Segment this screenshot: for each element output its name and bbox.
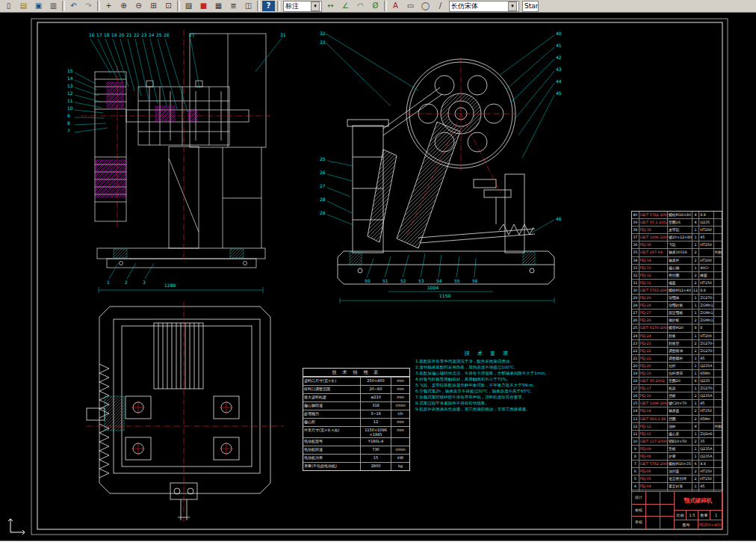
spec-unit: mm <box>391 386 409 393</box>
bom-material: 45 <box>699 483 714 490</box>
bom-name: 动颚衬板 <box>668 302 693 309</box>
bom-row: 12 PEJ-12 油杯 4 外购 <box>632 423 722 431</box>
part-callout: 28 <box>320 197 326 202</box>
bom-seq: 16 <box>632 392 639 399</box>
bom-name: 油杯 <box>668 423 693 430</box>
spec-value: 1150×1096 ×1845 <box>361 427 391 437</box>
spec-value: 730 <box>361 446 391 454</box>
zoom-extents-icon[interactable]: ⊡ <box>161 0 176 12</box>
bom-row: 14 PEJ-14 轴承盖 2 HT150 <box>632 407 722 415</box>
part-callout: 22 <box>134 33 140 37</box>
spec-value: Y180L-4 <box>361 438 391 446</box>
spec-table-row: 外形尺寸(宽×长×高) 1150×1096 ×1845 mm <box>303 426 409 437</box>
part-callout: 44 <box>556 79 562 84</box>
tech-note-line: 1.装配前所有零件均需清洗干净，配合表面涂润滑油。 <box>415 359 560 364</box>
text-tool-icon[interactable]: A <box>388 0 403 12</box>
part-callout: 2 <box>125 280 128 285</box>
part-callout: 20 <box>119 33 125 37</box>
bom-qty: 4 <box>693 423 700 430</box>
tech-note-line: 3.装配后偏心轴转动灵活，不得有卡滞现象，全部轴承间隙不大于1mm。 <box>415 371 560 376</box>
spec-unit: r/min <box>391 446 409 454</box>
bom-material: 40Cr <box>699 265 714 271</box>
bom-note <box>714 363 722 369</box>
erase-icon[interactable]: ▨ <box>182 0 196 12</box>
circle-tool-icon[interactable]: ◯ <box>418 0 433 12</box>
dim-diameter-icon[interactable]: Ø <box>368 0 382 12</box>
bom-note <box>714 265 722 271</box>
zoom-in-icon[interactable]: ⊕ <box>117 0 131 12</box>
bom-row: 22 PEJ-22 调整楔块 2 ZG270-500 <box>632 348 722 355</box>
dim-style-combo[interactable]: 标注 ▾ <box>283 1 322 12</box>
bom-seq: 40 <box>632 212 639 218</box>
undo-icon[interactable]: ↶ <box>66 0 81 12</box>
zoom-window-icon[interactable]: ⊞ <box>146 0 161 12</box>
bom-note <box>714 453 722 460</box>
open-file-icon[interactable]: ▤ <box>16 0 31 12</box>
spec-unit: mm <box>391 419 409 426</box>
chevron-down-icon[interactable]: ▾ <box>311 1 320 11</box>
bom-material: HT150 <box>699 280 714 286</box>
bom-seq: 11 <box>632 431 639 437</box>
bom-qty: 1 <box>693 241 700 248</box>
part-callout: 10 <box>67 106 73 111</box>
bom-code: PEJ-26 <box>639 317 668 324</box>
toolbar-separator <box>62 1 65 11</box>
bom-material: Q235 <box>699 378 714 384</box>
zoom-out-icon[interactable]: ⊖ <box>131 0 146 12</box>
new-file-icon[interactable]: ▯ <box>1 0 16 12</box>
bom-note <box>714 400 722 407</box>
font-combo[interactable]: 长仿宋体 ▾ <box>449 1 519 12</box>
pan-icon[interactable]: + <box>102 0 116 12</box>
chevron-down-icon[interactable]: ▾ <box>508 1 517 11</box>
bom-qty: 2 <box>693 438 700 445</box>
bom-seq: 35 <box>632 249 639 256</box>
part-callout: 56 <box>472 279 478 283</box>
bom-code: PEJ-29 <box>639 295 668 301</box>
dim-linear-icon[interactable]: ↔ <box>323 0 338 12</box>
dim-angular-icon[interactable]: ∠ <box>338 0 353 12</box>
part-callout: 11 <box>67 99 73 103</box>
bom-row: 10 GB/T 117-2000 销B10×50 2 35 <box>632 438 722 446</box>
spec-table-row: 质量(不包括电动机) 2800 kg <box>303 462 409 470</box>
spec-table-row: 进料口尺寸(宽×长) 250×400 mm <box>303 377 409 385</box>
bom-seq: 20 <box>632 363 639 369</box>
command-line[interactable] <box>0 541 756 548</box>
bom-note <box>714 385 722 392</box>
line-tool-icon[interactable]: / <box>433 0 447 12</box>
bom-name: 垫圈20 <box>668 378 693 384</box>
part-callout: 16 <box>89 33 95 37</box>
help-icon[interactable]: ? <box>261 0 276 12</box>
bom-material: HT200 <box>699 257 714 264</box>
bom-seq: 17 <box>632 385 639 392</box>
save-icon[interactable]: ▣ <box>31 0 46 12</box>
bom-name: 键20×12×80 <box>668 234 693 241</box>
bom-code: GB/T 297-94 <box>639 249 668 256</box>
bom-seq: 24 <box>632 333 639 339</box>
bom-note: 外购 <box>714 249 722 256</box>
dim-arc-icon[interactable]: ◠ <box>353 0 368 12</box>
bom-qty: 1 <box>693 333 700 339</box>
color-swatch-icon[interactable]: ■ <box>196 0 211 12</box>
spec-label: 电动机转速 <box>303 446 361 454</box>
bom-qty: 1 <box>693 310 700 316</box>
text-style-combo[interactable]: Standard <box>522 1 539 12</box>
part-callout: 50 <box>365 279 371 283</box>
spec-unit: r/min <box>391 402 409 410</box>
bom-seq: 12 <box>632 423 639 430</box>
hatch-icon[interactable]: ▦ <box>211 0 226 12</box>
bom-code: GB/T 6170-2000 <box>639 324 668 331</box>
bom-qty: 2 <box>693 348 700 354</box>
toolbar-separator <box>177 1 180 11</box>
bom-code: PEJ-23 <box>639 340 668 347</box>
bom-qty: 6 <box>693 461 700 467</box>
bom-code: PEJ-05 <box>639 475 668 482</box>
redo-icon[interactable]: ↷ <box>81 0 96 12</box>
bom-note <box>714 310 722 316</box>
layer-properties-icon[interactable]: ◫ <box>241 0 255 12</box>
qty-label: 数量 <box>698 511 710 520</box>
layers-icon[interactable]: ≣ <box>226 0 241 12</box>
rectangle-tool-icon[interactable]: ▭ <box>403 0 418 12</box>
print-icon[interactable]: ▥ <box>46 0 61 12</box>
bom-material: HT200 <box>699 333 714 339</box>
bom-name: 固定颚板 <box>668 310 693 316</box>
